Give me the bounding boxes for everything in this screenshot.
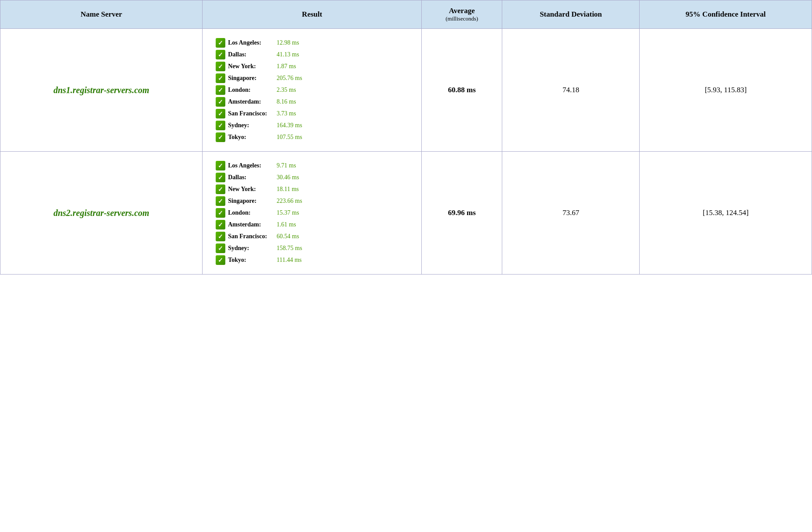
average-cell: 69.96 ms (422, 152, 502, 275)
location-time: 2.35 ms (276, 87, 312, 94)
location-name: San Francisco: (228, 233, 274, 240)
average-cell: 60.88 ms (422, 29, 502, 152)
location-row: Tokyo:111.44 ms (216, 255, 417, 265)
location-time: 30.46 ms (276, 174, 312, 181)
location-time: 60.54 ms (276, 233, 312, 240)
location-time: 3.73 ms (276, 110, 312, 117)
location-name: Los Angeles: (228, 39, 274, 46)
location-name: Sydney: (228, 122, 274, 129)
location-row: San Francisco:60.54 ms (216, 232, 417, 241)
location-row: Amsterdam:1.61 ms (216, 220, 417, 229)
location-row: London:15.37 ms (216, 208, 417, 218)
location-time: 1.61 ms (276, 221, 312, 228)
checkmark-icon (216, 132, 225, 142)
col-header-average: Average (milliseconds) (422, 0, 502, 29)
nameserver-cell: dns2.registrar-servers.com (0, 152, 203, 275)
location-name: Singapore: (228, 198, 274, 205)
location-row: London:2.35 ms (216, 85, 417, 95)
checkmark-icon (216, 232, 225, 241)
checkmark-icon (216, 184, 225, 194)
checkmark-icon (216, 208, 225, 218)
location-time: 205.76 ms (276, 75, 312, 82)
location-name: Dallas: (228, 51, 274, 58)
location-time: 41.13 ms (276, 51, 312, 58)
location-name: Los Angeles: (228, 162, 274, 169)
location-time: 107.55 ms (276, 134, 312, 141)
col-header-stddev: Standard Deviation (502, 0, 640, 29)
table-row: dns1.registrar-servers.comLos Angeles:12… (0, 29, 812, 152)
location-row: New York:1.87 ms (216, 62, 417, 71)
location-time: 158.75 ms (276, 245, 312, 252)
location-name: San Francisco: (228, 110, 274, 117)
confidence-cell: [15.38, 124.54] (640, 152, 812, 275)
location-name: Sydney: (228, 245, 274, 252)
checkmark-icon (216, 255, 225, 265)
location-row: Los Angeles:12.98 ms (216, 38, 417, 48)
location-time: 8.16 ms (276, 98, 312, 105)
location-name: New York: (228, 63, 274, 70)
checkmark-icon (216, 220, 225, 229)
location-time: 12.98 ms (276, 39, 312, 46)
checkmark-icon (216, 196, 225, 206)
checkmark-icon (216, 161, 225, 170)
location-time: 111.44 ms (276, 257, 312, 264)
location-name: Singapore: (228, 75, 274, 82)
location-row: Sydney:164.39 ms (216, 121, 417, 130)
checkmark-icon (216, 243, 225, 253)
checkmark-icon (216, 121, 225, 130)
checkmark-icon (216, 173, 225, 182)
location-name: Dallas: (228, 174, 274, 181)
nameserver-cell: dns1.registrar-servers.com (0, 29, 203, 152)
checkmark-icon (216, 50, 225, 59)
checkmark-icon (216, 109, 225, 118)
stddev-cell: 73.67 (502, 152, 640, 275)
checkmark-icon (216, 85, 225, 95)
location-time: 15.37 ms (276, 209, 312, 216)
result-cell: Los Angeles:9.71 msDallas:30.46 msNew Yo… (203, 152, 422, 275)
confidence-cell: [5.93, 115.83] (640, 29, 812, 152)
checkmark-icon (216, 62, 225, 71)
table-row: dns2.registrar-servers.comLos Angeles:9.… (0, 152, 812, 275)
checkmark-icon (216, 73, 225, 83)
location-row: Tokyo:107.55 ms (216, 132, 417, 142)
col-header-confidence: 95% Confidence Interval (640, 0, 812, 29)
location-time: 1.87 ms (276, 63, 312, 70)
location-name: Tokyo: (228, 257, 274, 264)
location-row: Singapore:223.66 ms (216, 196, 417, 206)
location-name: Amsterdam: (228, 221, 274, 228)
location-name: London: (228, 87, 274, 94)
location-name: New York: (228, 186, 274, 193)
stddev-cell: 74.18 (502, 29, 640, 152)
location-time: 223.66 ms (276, 198, 312, 205)
col-header-nameserver: Name Server (0, 0, 203, 29)
location-row: San Francisco:3.73 ms (216, 109, 417, 118)
col-header-result: Result (203, 0, 422, 29)
location-row: Sydney:158.75 ms (216, 243, 417, 253)
location-row: New York:18.11 ms (216, 184, 417, 194)
location-row: Los Angeles:9.71 ms (216, 161, 417, 170)
location-row: Singapore:205.76 ms (216, 73, 417, 83)
location-row: Amsterdam:8.16 ms (216, 97, 417, 107)
location-row: Dallas:30.46 ms (216, 173, 417, 182)
location-time: 9.71 ms (276, 162, 312, 169)
location-name: London: (228, 209, 274, 216)
location-time: 18.11 ms (276, 186, 312, 193)
location-row: Dallas:41.13 ms (216, 50, 417, 59)
checkmark-icon (216, 97, 225, 107)
result-cell: Los Angeles:12.98 msDallas:41.13 msNew Y… (203, 29, 422, 152)
location-name: Amsterdam: (228, 98, 274, 105)
location-name: Tokyo: (228, 134, 274, 141)
checkmark-icon (216, 38, 225, 48)
location-time: 164.39 ms (276, 122, 312, 129)
dns-results-table: Name Server Result Average (milliseconds… (0, 0, 812, 275)
